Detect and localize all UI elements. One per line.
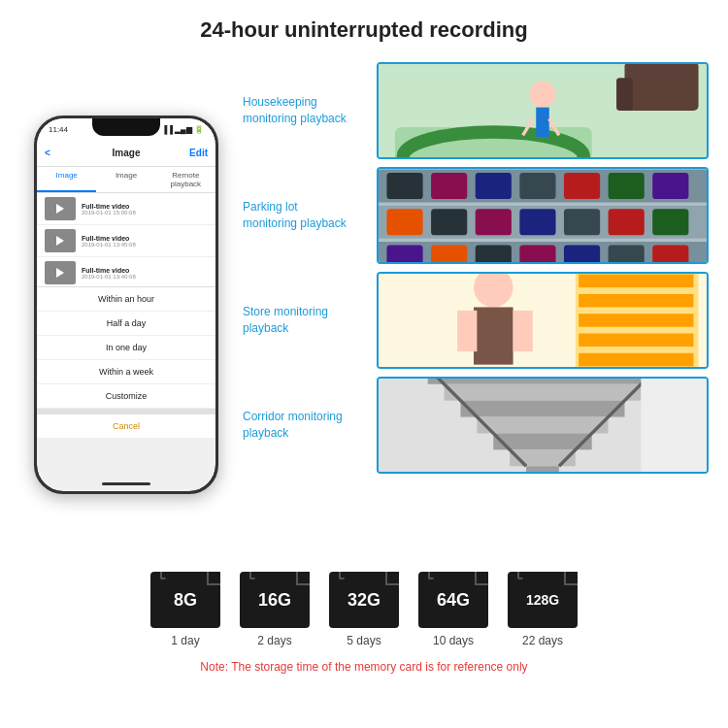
svg-rect-35 [652, 209, 688, 235]
sd-days-8g: 1 day [171, 634, 199, 647]
phone-tab-image2[interactable]: Image [96, 167, 155, 192]
sd-capacity-64g: 64G [437, 590, 470, 611]
svg-rect-70 [526, 466, 559, 472]
monitoring-label-2: Parking lotmonitoring playback [243, 199, 369, 232]
sd-notch-64g [428, 572, 434, 579]
phone-video-date-2: 2019-01-01 13:45:08 [82, 242, 208, 248]
sd-capacity-16g: 16G [258, 590, 291, 611]
monitoring-row-3: Store monitoringplayback [243, 272, 709, 369]
svg-rect-4 [616, 78, 633, 111]
dropdown-item-5[interactable]: Customize [37, 384, 215, 409]
svg-rect-38 [476, 245, 512, 262]
img-housekeeping [379, 64, 707, 157]
dropdown-item-3[interactable]: In one day [37, 336, 215, 360]
img-corridor [379, 379, 707, 472]
svg-rect-47 [579, 294, 693, 308]
phone-nav-back[interactable]: < [45, 148, 50, 158]
img-parking [379, 169, 707, 262]
phone-home-indicator [102, 482, 150, 485]
sd-notch-16g [249, 572, 255, 579]
phone-video-item-2[interactable]: Full-time video 2019-01-01 13:45:08 [37, 225, 215, 257]
monitoring-label-1: Housekeepingmonitoring playback [243, 94, 369, 127]
storage-section: 8G 1 day 16G 2 days 32G 5 days 64G 10 da… [0, 557, 728, 652]
svg-rect-31 [476, 209, 512, 235]
dropdown-cancel[interactable]: Cancel [37, 409, 215, 438]
phone-video-title-2: Full-time video [82, 235, 208, 242]
storage-card-8g: 8G 1 day [150, 572, 220, 647]
svg-rect-50 [579, 353, 693, 367]
phone-video-list: Full-time video 2019-01-01 15:00:08 Full… [37, 193, 215, 289]
sd-capacity-32g: 32G [347, 590, 381, 611]
dropdown-item-4[interactable]: Within a week [37, 360, 215, 384]
svg-rect-25 [519, 173, 555, 199]
svg-rect-59 [474, 307, 513, 364]
svg-rect-32 [519, 209, 555, 235]
phone-mockup: 11:44 ▐▐ ▂▄▆ 🔋 < Image Edit Image Image … [19, 52, 233, 557]
sd-card-32g: 32G [329, 572, 399, 628]
monitoring-image-3 [377, 272, 709, 369]
dropdown-item-1[interactable]: Within an hour [37, 287, 215, 312]
sd-notch-32g [339, 572, 345, 579]
svg-rect-48 [579, 314, 693, 327]
sd-days-16g: 2 days [257, 634, 291, 647]
monitoring-label-3: Store monitoringplayback [243, 304, 369, 337]
phone-video-item-3[interactable]: Full-time video 2019-01-01 13:40:08 [37, 257, 215, 289]
phone-tab-image[interactable]: Image [37, 167, 96, 192]
phone-video-date-1: 2019-01-01 15:00:08 [82, 210, 208, 215]
housekeeping-svg [379, 64, 707, 157]
sd-days-64g: 10 days [433, 634, 474, 647]
svg-rect-33 [564, 209, 600, 235]
storage-card-16g: 16G 2 days [240, 572, 310, 647]
play-icon-2 [56, 236, 64, 246]
phone-screen: 11:44 ▐▐ ▂▄▆ 🔋 < Image Edit Image Image … [37, 118, 215, 491]
page-title: 24-hour uninterrupted recording [0, 0, 728, 52]
svg-rect-27 [609, 173, 645, 199]
phone-video-thumb-1 [45, 197, 76, 220]
sd-notch-128g [517, 572, 523, 579]
storage-card-64g: 64G 10 days [418, 572, 488, 647]
svg-rect-42 [652, 245, 688, 262]
parking-svg [379, 169, 707, 262]
phone-video-thumb-2 [45, 229, 76, 252]
svg-rect-34 [609, 209, 645, 235]
corridor-svg [379, 379, 707, 472]
svg-rect-67 [477, 417, 608, 434]
sd-card-8g: 8G [150, 572, 220, 628]
phone-nav-title: Image [113, 148, 141, 158]
monitoring-row-2: Parking lotmonitoring playback [243, 167, 709, 264]
monitoring-image-1 [377, 62, 709, 159]
phone-video-info-3: Full-time video 2019-01-01 13:40:08 [82, 267, 208, 280]
sd-card-128g: 128G [508, 572, 578, 628]
phone-nav-bar: < Image Edit [37, 140, 215, 167]
storage-card-32g: 32G 5 days [329, 572, 399, 647]
phone-tab-remote[interactable]: Remote playback [156, 167, 215, 192]
svg-rect-30 [431, 209, 467, 235]
svg-rect-39 [519, 245, 555, 262]
svg-rect-29 [386, 209, 422, 235]
phone: 11:44 ▐▐ ▂▄▆ 🔋 < Image Edit Image Image … [34, 116, 218, 494]
svg-rect-65 [445, 384, 642, 401]
phone-nav-edit[interactable]: Edit [189, 148, 208, 158]
phone-video-title-3: Full-time video [82, 267, 208, 274]
svg-rect-61 [513, 311, 533, 351]
svg-rect-6 [536, 108, 549, 137]
monitoring-label-4: Corridor monitoringplayback [243, 409, 369, 442]
phone-video-info-2: Full-time video 2019-01-01 13:45:08 [82, 235, 208, 248]
svg-rect-26 [564, 173, 600, 199]
phone-tabs: Image Image Remote playback [37, 167, 215, 193]
svg-rect-28 [652, 173, 688, 199]
phone-video-item-1[interactable]: Full-time video 2019-01-01 15:00:08 [37, 193, 215, 225]
monitoring-row-4: Corridor monitoringplayback [243, 377, 709, 474]
right-panel: Housekeepingmonitoring playback [243, 52, 709, 557]
main-content: 11:44 ▐▐ ▂▄▆ 🔋 < Image Edit Image Image … [0, 52, 728, 557]
svg-rect-64 [428, 379, 658, 384]
svg-rect-49 [579, 334, 693, 347]
sd-capacity-128g: 128G [526, 592, 559, 608]
svg-rect-23 [431, 173, 467, 199]
img-store [379, 274, 707, 367]
svg-rect-24 [476, 173, 512, 199]
dropdown-item-2[interactable]: Half a day [37, 312, 215, 336]
svg-rect-22 [386, 173, 422, 199]
phone-notch [92, 118, 160, 136]
note-section: Note: The storage time of the memory car… [0, 652, 728, 681]
